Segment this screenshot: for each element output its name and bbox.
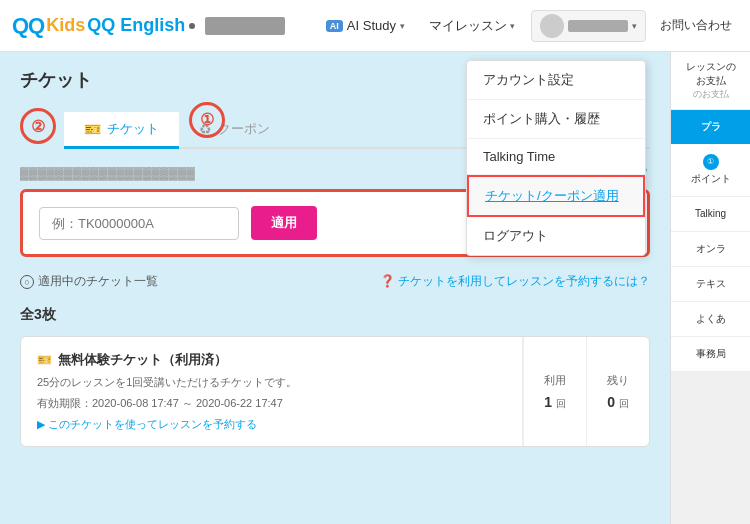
ticket-title-text: 無料体験チケット（利用済） xyxy=(58,351,227,369)
sidebar-payment-info: レッスンの お支払 のお支払 xyxy=(671,52,750,110)
ticket-code-input[interactable] xyxy=(39,207,239,240)
question-icon: ❓ xyxy=(380,274,395,288)
sidebar-circle-1: ① xyxy=(677,154,744,172)
header: QQ Kids QQ English AI AI Study ▾ マイレッスン … xyxy=(0,0,750,52)
usage-value-number: 1 xyxy=(544,394,552,410)
ticket-count: 全3枚 xyxy=(20,306,650,324)
ticket-stats: 利用 1 回 残り 0 回 xyxy=(522,337,649,446)
remaining-value-number: 0 xyxy=(607,394,615,410)
sidebar-text-label: テキス xyxy=(677,277,744,291)
user-menu-section: ▾ アカウント設定 ポイント購入・履歴 Talking Time チケット/クー… xyxy=(531,10,646,42)
info-text-hidden: ▓▓▓▓▓▓▓▓▓▓▓▓▓▓▓▓▓▓▓▓ xyxy=(20,166,195,180)
logo-english: QQ English xyxy=(87,15,185,36)
logo-bar xyxy=(205,17,285,35)
point-number-icon: ① xyxy=(703,154,719,170)
tab-ticket[interactable]: 🎫 チケット xyxy=(64,112,179,149)
logo-area: QQ Kids QQ English xyxy=(12,13,285,39)
tab-ticket-label: チケット xyxy=(107,120,159,138)
chevron-down-icon: ▾ xyxy=(510,21,515,31)
logo-qq: QQ xyxy=(12,13,44,39)
chevron-down-icon: ▾ xyxy=(400,21,405,31)
remaining-label: 残り xyxy=(607,373,629,388)
usage-value: 1 回 xyxy=(544,394,565,411)
ticket-tab-icon: 🎫 xyxy=(84,121,101,137)
sidebar-item-point[interactable]: ① ポイント xyxy=(671,144,750,197)
sidebar-promo-button[interactable]: プラ xyxy=(671,110,750,144)
sidebar-point-label: ポイント xyxy=(677,172,744,186)
tab-coupon[interactable]: ♻ クーポン ① xyxy=(179,112,290,147)
contact-button[interactable]: お問い合わせ xyxy=(654,13,738,38)
dropdown-account-settings[interactable]: アカウント設定 xyxy=(467,61,645,100)
remaining-stat: 残り 0 回 xyxy=(586,337,649,446)
reserve-with-ticket-link[interactable]: ❓ チケットを利用してレッスンを予約するには？ xyxy=(380,273,650,290)
chevron-down-icon: ▾ xyxy=(632,21,637,31)
usage-unit: 回 xyxy=(556,398,566,409)
arrow-icon: ▶ xyxy=(37,418,45,431)
sidebar-item-admin[interactable]: 事務局 xyxy=(671,337,750,372)
links-row: ○ 適用中のチケット一覧 ❓ チケットを利用してレッスンを予約するには？ xyxy=(20,273,650,290)
sidebar-online-label: オンラ xyxy=(677,242,744,256)
remaining-unit: 回 xyxy=(619,398,629,409)
active-tickets-link[interactable]: ○ 適用中のチケット一覧 xyxy=(20,273,158,290)
reserve-link-label: チケットを利用してレッスンを予約するには？ xyxy=(398,274,650,288)
sidebar-item-faq[interactable]: よくあ xyxy=(671,302,750,337)
sidebar-item-text[interactable]: テキス xyxy=(671,267,750,302)
ticket-reserve-link[interactable]: ▶ このチケットを使ってレッスンを予約する xyxy=(37,417,506,432)
ai-study-text: AI Study xyxy=(347,18,396,33)
apply-button[interactable]: 適用 xyxy=(251,206,317,240)
user-name-bar xyxy=(568,20,628,32)
usage-stat: 利用 1 回 xyxy=(523,337,586,446)
ai-study-button[interactable]: AI AI Study ▾ xyxy=(318,14,413,37)
header-right: AI AI Study ▾ マイレッスン ▾ ▾ アカウント設定 ポイント購入・… xyxy=(318,10,738,42)
ticket-title: 🎫 無料体験チケット（利用済） xyxy=(37,351,506,369)
ticket-card: 🎫 無料体験チケット（利用済） 25分のレッスンを1回受講いただけるチケットです… xyxy=(20,336,650,447)
sidebar-talking-label: Talking xyxy=(677,207,744,221)
sidebar-top-text3: のお支払 xyxy=(677,88,744,101)
active-tickets-label: 適用中のチケット一覧 xyxy=(38,273,158,290)
annotation-circle-1: ① xyxy=(189,102,225,138)
sidebar-item-talking[interactable]: Talking xyxy=(671,197,750,232)
circle-icon: ○ xyxy=(20,275,34,289)
logo-dot xyxy=(189,23,195,29)
user-button[interactable]: ▾ xyxy=(531,10,646,42)
right-sidebar: レッスンの お支払 のお支払 プラ ① ポイント Talking オンラ テキス… xyxy=(670,52,750,524)
dropdown-points-history[interactable]: ポイント購入・履歴 xyxy=(467,100,645,139)
ticket-title-icon: 🎫 xyxy=(37,353,52,367)
ticket-validity: 有効期限：2020-06-08 17:47 ～ 2020-06-22 17:47 xyxy=(37,396,506,411)
my-lesson-nav[interactable]: マイレッスン ▾ xyxy=(421,13,523,39)
dropdown-talking-time[interactable]: Talking Time xyxy=(467,139,645,175)
user-dropdown-menu: アカウント設定 ポイント購入・履歴 Talking Time チケット/クーポン… xyxy=(466,60,646,256)
ticket-reserve-label: このチケットを使ってレッスンを予約する xyxy=(48,417,257,432)
sidebar-admin-label: 事務局 xyxy=(677,347,744,361)
sidebar-top-text2: お支払 xyxy=(677,74,744,88)
dropdown-logout[interactable]: ログアウト xyxy=(467,217,645,255)
ticket-info: 🎫 無料体験チケット（利用済） 25分のレッスンを1回受講いただけるチケットです… xyxy=(21,337,522,446)
dropdown-ticket-coupon[interactable]: チケット/クーポン適用 xyxy=(467,175,645,217)
annotation-circle-2: ② xyxy=(20,108,56,144)
ticket-desc: 25分のレッスンを1回受講いただけるチケットです。 xyxy=(37,375,506,390)
sidebar-item-online[interactable]: オンラ xyxy=(671,232,750,267)
sidebar-faq-label: よくあ xyxy=(677,312,744,326)
sidebar-top-text: レッスンの xyxy=(677,60,744,74)
avatar xyxy=(540,14,564,38)
remaining-value: 0 回 xyxy=(607,394,628,411)
logo-kids: Kids xyxy=(46,15,85,36)
ticket-card-inner: 🎫 無料体験チケット（利用済） 25分のレッスンを1回受講いただけるチケットです… xyxy=(21,337,649,446)
tab-coupon-label: クーポン xyxy=(218,120,270,138)
my-lesson-label: マイレッスン xyxy=(429,17,507,35)
usage-label: 利用 xyxy=(544,373,566,388)
ai-badge: AI xyxy=(326,20,343,32)
